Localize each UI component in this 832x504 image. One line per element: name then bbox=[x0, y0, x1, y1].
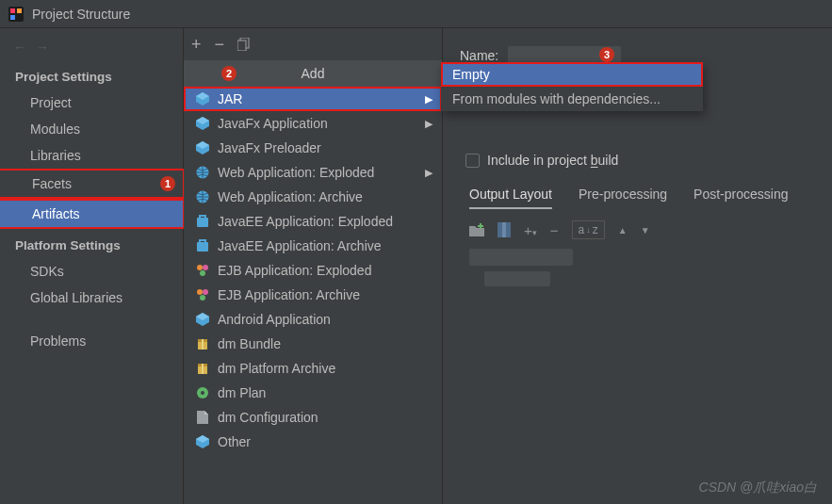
tree-node[interactable] bbox=[469, 249, 573, 266]
output-layout-tree[interactable] bbox=[460, 249, 815, 286]
bundle-icon bbox=[195, 337, 210, 350]
window-title: Project Structure bbox=[32, 7, 130, 22]
new-folder-icon[interactable] bbox=[469, 223, 484, 236]
plan-icon bbox=[195, 386, 210, 399]
submenu-item-label: Empty bbox=[452, 67, 490, 82]
nav-arrows: ← → bbox=[0, 34, 183, 60]
svg-point-12 bbox=[200, 270, 205, 276]
menu-item-dm-platform-archive[interactable]: dm Platform Archive bbox=[184, 356, 442, 381]
tab-post-processing[interactable]: Post-processing bbox=[693, 187, 788, 209]
chevron-right-icon: ▶ bbox=[425, 167, 432, 179]
sidebar-item-facets[interactable]: Facets 1 bbox=[0, 169, 185, 199]
svg-rect-3 bbox=[10, 15, 15, 20]
menu-item-javaee-application-archive[interactable]: JavaEE Application: Archive bbox=[184, 234, 442, 258]
tree-node[interactable] bbox=[484, 271, 550, 286]
add-popup-title-label: Add bbox=[302, 66, 325, 81]
svg-point-13 bbox=[197, 289, 203, 295]
svg-rect-18 bbox=[202, 339, 204, 350]
module-icon bbox=[195, 313, 210, 326]
submenu-item-empty[interactable]: Empty bbox=[441, 62, 703, 87]
tabs: Output Layout Pre-processing Post-proces… bbox=[460, 187, 815, 209]
menu-item-label: dm Platform Archive bbox=[218, 361, 335, 376]
main-panel: Name: 3 Empty From modules with dependen… bbox=[443, 28, 832, 504]
ejb-icon bbox=[195, 264, 210, 277]
svg-rect-8 bbox=[197, 218, 208, 227]
svg-rect-25 bbox=[478, 225, 483, 227]
menu-item-javafx-application[interactable]: JavaFx Application▶ bbox=[184, 111, 442, 136]
add-popup: 2 Add JAR▶JavaFx Application▶JavaFx Prel… bbox=[184, 60, 442, 454]
remove-content-icon[interactable]: − bbox=[550, 222, 559, 238]
menu-item-label: EJB Application: Archive bbox=[218, 287, 360, 302]
module-icon bbox=[195, 117, 210, 130]
archive-icon[interactable] bbox=[498, 222, 511, 237]
add-icon[interactable]: + bbox=[191, 35, 202, 55]
menu-item-ejb-application-archive[interactable]: EJB Application: Archive bbox=[184, 283, 442, 307]
menu-item-dm-plan[interactable]: dm Plan bbox=[184, 381, 442, 405]
svg-point-14 bbox=[203, 289, 208, 295]
svg-rect-2 bbox=[17, 8, 22, 13]
tab-output-layout[interactable]: Output Layout bbox=[469, 187, 552, 209]
sidebar-item-artifacts[interactable]: Artifacts bbox=[0, 199, 185, 229]
name-label: Name: bbox=[460, 48, 498, 63]
menu-item-label: JavaEE Application: Archive bbox=[218, 238, 382, 253]
watermark: CSDN @爪哇xiao白 bbox=[699, 480, 817, 496]
include-in-build-label: Include in project build bbox=[487, 153, 618, 168]
file-icon bbox=[195, 411, 210, 424]
menu-item-other[interactable]: Other bbox=[184, 430, 442, 454]
menu-item-label: EJB Application: Exploded bbox=[218, 263, 371, 278]
menu-item-android-application[interactable]: Android Application bbox=[184, 307, 442, 332]
menu-item-label: Android Application bbox=[218, 312, 331, 327]
submenu-item-from-modules[interactable]: From modules with dependencies... bbox=[441, 87, 703, 111]
sidebar-item-libraries[interactable]: Libraries bbox=[0, 142, 183, 169]
collapse-icon[interactable]: ▲ bbox=[618, 225, 628, 236]
ee-icon bbox=[195, 239, 210, 252]
include-in-build-row: Include in project build bbox=[460, 153, 815, 168]
web-icon bbox=[195, 190, 210, 203]
sidebar: ← → Project Settings Project Modules Lib… bbox=[0, 28, 184, 504]
menu-item-dm-bundle[interactable]: dm Bundle bbox=[184, 332, 442, 356]
output-layout-toolbar: +▾ − a↓z ▲ ▼ bbox=[460, 220, 815, 239]
module-icon bbox=[195, 141, 210, 154]
sidebar-item-modules[interactable]: Modules bbox=[0, 116, 183, 142]
expand-icon[interactable]: ▼ bbox=[641, 225, 650, 236]
add-popup-title: 2 Add bbox=[184, 60, 442, 87]
menu-item-javafx-preloader[interactable]: JavaFx Preloader bbox=[184, 136, 442, 160]
add-content-icon[interactable]: +▾ bbox=[524, 222, 537, 238]
bundle-icon bbox=[195, 362, 210, 375]
svg-rect-27 bbox=[502, 222, 506, 237]
module-icon bbox=[195, 92, 210, 106]
copy-icon[interactable] bbox=[237, 38, 251, 51]
app-icon bbox=[8, 6, 24, 23]
sort-icon[interactable]: a↓z bbox=[572, 220, 605, 239]
svg-rect-21 bbox=[202, 364, 204, 374]
sidebar-item-global-libraries[interactable]: Global Libraries bbox=[0, 285, 183, 311]
web-icon bbox=[195, 166, 210, 179]
menu-item-javaee-application-exploded[interactable]: JavaEE Application: Exploded bbox=[184, 209, 442, 234]
callout-2: 2 bbox=[221, 66, 237, 81]
callout-1: 1 bbox=[160, 176, 175, 191]
menu-item-label: dm Plan bbox=[218, 385, 266, 400]
menu-item-web-application-archive[interactable]: Web Application: Archive bbox=[184, 185, 442, 209]
section-header-project: Project Settings bbox=[0, 60, 183, 89]
artifact-list-column: + − 2 Add JAR▶JavaFx Application▶JavaFx … bbox=[184, 28, 443, 504]
menu-item-dm-configuration[interactable]: dm Configuration bbox=[184, 405, 442, 430]
back-icon[interactable]: ← bbox=[13, 40, 26, 55]
menu-item-jar[interactable]: JAR▶ bbox=[184, 87, 442, 111]
tab-pre-processing[interactable]: Pre-processing bbox=[579, 187, 667, 209]
sidebar-item-problems[interactable]: Problems bbox=[0, 328, 183, 354]
menu-item-label: JavaFx Application bbox=[218, 116, 328, 131]
menu-item-ejb-application-exploded[interactable]: EJB Application: Exploded bbox=[184, 258, 442, 283]
ee-icon bbox=[195, 215, 210, 228]
forward-icon[interactable]: → bbox=[36, 40, 49, 55]
chevron-right-icon: ▶ bbox=[425, 93, 432, 106]
sidebar-item-sdks[interactable]: SDKs bbox=[0, 258, 183, 285]
menu-item-label: dm Configuration bbox=[218, 410, 318, 425]
menu-item-web-application-exploded[interactable]: Web Application: Exploded▶ bbox=[184, 160, 442, 185]
jar-submenu: Empty From modules with dependencies... bbox=[441, 62, 703, 111]
remove-icon[interactable]: − bbox=[215, 35, 225, 55]
sidebar-item-project[interactable]: Project bbox=[0, 89, 183, 116]
section-header-platform: Platform Settings bbox=[0, 229, 183, 258]
include-in-build-checkbox[interactable] bbox=[465, 154, 480, 168]
svg-rect-1 bbox=[10, 8, 15, 13]
title-bar: Project Structure bbox=[0, 0, 832, 28]
